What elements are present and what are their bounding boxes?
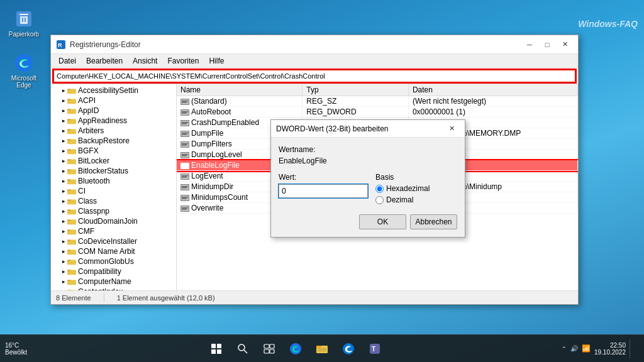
table-row[interactable]: (Standard)REG_SZ(Wert nicht festgelegt) [177,96,578,107]
tree-toggle[interactable]: ▸ [60,217,67,225]
tree-toggle[interactable]: ▸ [60,157,67,165]
edge-taskbar-button[interactable] [284,337,307,360]
weather-widget[interactable]: 16°C Bewölkt [5,342,27,356]
show-desktop-btn[interactable] [630,339,639,358]
desktop-icon-edge[interactable]: Microsoft Edge [5,50,43,91]
tree-toggle[interactable]: ▸ [60,278,67,285]
tree-item[interactable]: ▸ CoDeviceInstaller [51,236,176,246]
svg-rect-69 [182,134,187,135]
tree-toggle[interactable]: ▸ [60,187,67,195]
tree-item[interactable]: ▸ Arbiters [51,126,176,136]
taskview-button[interactable] [258,337,280,360]
tree-item-label: Compatibility [78,267,121,276]
network-icon[interactable]: 📶 [582,344,591,353]
close-button[interactable]: ✕ [557,38,573,51]
value-type-icon [180,119,189,127]
folder-icon [67,207,76,216]
tree-toggle[interactable]: ▸ [60,137,67,145]
tree-toggle[interactable]: ▸ [60,238,67,245]
speaker-icon[interactable]: 🔊 [570,345,578,352]
tree-item[interactable]: ▸ Class [51,196,176,206]
folder-icon [67,146,76,155]
tree-item[interactable]: ▸ AccessibilitySettin [51,85,176,96]
tree-toggle[interactable]: ▸ [60,177,67,185]
tree-item[interactable]: ▸ BGFX [51,146,176,156]
tree-item-label: BitlockerStatus [78,167,128,175]
tree-item[interactable]: ▸ CMF [51,226,176,236]
tree-item[interactable]: ▸ CloudDomainJoin [51,216,176,226]
tree-item[interactable]: ▸ BitLocker [51,156,176,166]
dialog-value-input[interactable] [279,184,368,198]
tree-item[interactable]: ▸ Classpnp [51,206,176,216]
abbrechen-button[interactable]: Abbrechen [410,214,457,229]
desktop-icon-recyclebin[interactable]: Papierkorb [5,6,43,40]
tree-toggle[interactable]: ▸ [60,197,67,205]
svg-rect-2 [20,16,28,24]
tree-toggle[interactable]: ▸ [60,97,67,104]
tree-toggle[interactable]: ▸ [60,248,67,255]
tree-item[interactable]: ▸ AppReadiness [51,116,176,126]
clock-widget[interactable]: 22:50 19.10.2022 [594,342,626,356]
tray-chevron[interactable]: ⌃ [562,346,567,352]
tree-item[interactable]: ▸ CommonGlobUs [51,256,176,266]
explorer-taskbar-button[interactable] [311,337,333,360]
svg-rect-98 [211,344,216,348]
tree-toggle[interactable]: ▸ [60,207,67,215]
minimize-button[interactable]: ─ [521,38,538,51]
radio-dezimal[interactable]: Dezimal [375,195,457,204]
tree-toggle[interactable]: ▸ [60,117,67,124]
tree-item-label: Bluetooth [78,177,110,185]
tree-toggle[interactable]: ▸ [60,107,67,114]
svg-point-108 [290,343,301,354]
value-type-icon [180,151,189,159]
dialog-titlebar: DWORD-Wert (32-Bit) bearbeiten ✕ [271,120,465,138]
tree-item[interactable]: ▸ COM Name Arbit [51,246,176,256]
tree-item[interactable]: ▸ AppID [51,106,176,116]
svg-rect-29 [67,189,70,190]
tree-item[interactable]: ▸ ComputerName [51,277,176,287]
radio-hexadezimal[interactable]: Hexadezimal [375,184,457,193]
tree-item[interactable]: ▸ BitlockerStatus [51,166,176,176]
tree-item-label: CI [78,187,86,195]
edge-taskbar2-button[interactable] [337,337,360,360]
maximize-button[interactable]: □ [539,38,555,51]
tree-item[interactable]: ▸ Bluetooth [51,176,176,186]
folder-icon [67,86,76,95]
tree-item[interactable]: ▸ ACPI [51,96,176,106]
svg-rect-47 [67,280,70,281]
menu-datei[interactable]: Datei [53,55,81,67]
tree-toggle[interactable]: ▸ [60,258,67,265]
search-button[interactable] [231,337,254,360]
window-controls: ─ □ ✕ [521,38,573,51]
svg-rect-80 [182,165,188,166]
menu-ansicht[interactable]: Ansicht [128,55,162,67]
col-type: Typ [303,84,409,96]
tree-toggle[interactable]: ▸ [60,268,67,275]
ok-button[interactable]: OK [359,214,406,229]
table-row[interactable]: AutoRebootREG_DWORD0x00000001 (1) [177,107,578,118]
svg-rect-33 [67,209,70,211]
svg-rect-72 [182,143,188,145]
svg-rect-43 [67,260,70,261]
start-button[interactable] [205,337,228,360]
tree-item[interactable]: ▸ BackupRestore [51,136,176,146]
address-path[interactable]: Computer\HKEY_LOCAL_MACHINE\SYSTEM\Curre… [53,70,575,82]
tree-toggle[interactable]: ▸ [60,87,67,94]
svg-rect-39 [67,239,70,241]
tree-toggle[interactable]: ▸ [60,127,67,134]
tree-toggle[interactable]: ▸ [60,167,67,175]
tree-item[interactable]: ▸ CI [51,186,176,196]
menu-favoriten[interactable]: Favoriten [162,55,204,67]
dialog-title: DWORD-Wert (32-Bit) bearbeiten [276,124,389,133]
tree-item-label: AppID [78,106,99,115]
tree-toggle[interactable]: ▸ [60,228,67,235]
dialog-close-button[interactable]: ✕ [443,123,460,135]
tree-toggle[interactable]: ▸ [60,147,67,155]
teams-taskbar-button[interactable]: T [364,337,386,360]
weather-condition: Bewölkt [5,349,27,356]
svg-rect-4 [25,18,26,22]
svg-rect-112 [318,349,326,350]
menu-hilfe[interactable]: Hilfe [204,55,229,67]
menu-bearbeiten[interactable]: Bearbeiten [81,55,128,67]
tree-item[interactable]: ▸ Compatibility [51,266,176,277]
